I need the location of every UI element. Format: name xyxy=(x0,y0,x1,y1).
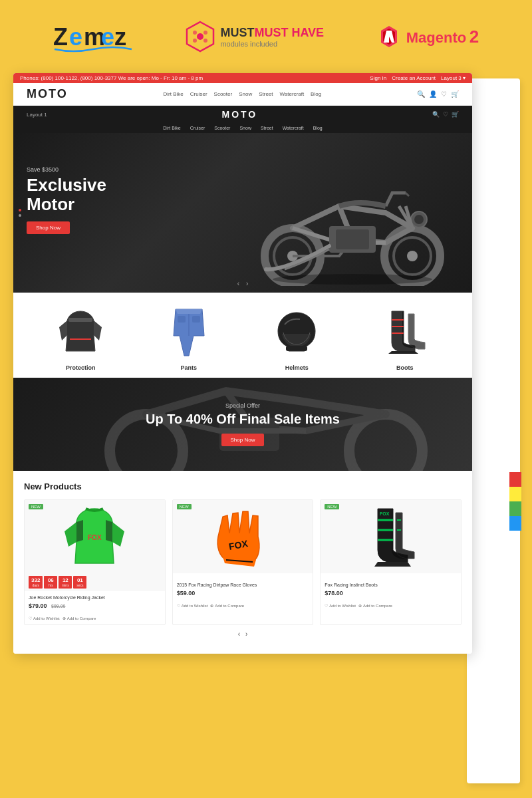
product-1-info: Joe Rocket Motorcycle Riding Jacket $79.… xyxy=(25,591,165,613)
countdown-mins: 12 mins xyxy=(59,576,72,589)
layout-selector[interactable]: Layout 3 ▾ xyxy=(441,75,466,81)
product-card-2: FOX NEW 2015 Fox Racing Dirtpaw Race Glo… xyxy=(172,499,314,625)
subnav-blog[interactable]: Blog xyxy=(313,126,323,130)
subnav-dirtbike[interactable]: Dirt Bike xyxy=(163,126,180,130)
nav-snow[interactable]: Snow xyxy=(239,91,252,97)
dot-1[interactable] xyxy=(19,209,21,211)
product-2-badge: NEW xyxy=(177,504,192,509)
svg-rect-22 xyxy=(336,229,369,249)
product-2-wishlist[interactable]: ♡ Add to Wishlist xyxy=(177,603,208,608)
zemes-logo: Z e m e z xyxy=(53,20,133,53)
helmets-image xyxy=(267,306,327,359)
hero-motorcycle-image xyxy=(206,140,459,286)
next-page-button[interactable]: › xyxy=(245,630,247,638)
cart-icon[interactable]: 🛒 xyxy=(451,90,459,98)
subnav-scooter[interactable]: Scooter xyxy=(214,126,230,130)
swatch-red[interactable] xyxy=(509,472,521,487)
countdown-secs: 01 secs xyxy=(73,576,86,589)
dot-2[interactable] xyxy=(19,214,21,217)
nav-dirtbike[interactable]: Dirt Bike xyxy=(164,91,184,97)
protection-label: Protection xyxy=(66,364,96,371)
subnav-watercraft[interactable]: Watercraft xyxy=(283,126,304,130)
product-2-image: FOX xyxy=(173,500,313,573)
product-2-compare[interactable]: ⊕ Add to Compare xyxy=(210,603,244,608)
nav-watercraft[interactable]: Watercraft xyxy=(280,91,305,97)
helmets-label: Helmets xyxy=(285,364,309,371)
svg-text:Z: Z xyxy=(53,23,68,51)
dark-cart-icon[interactable]: 🛒 xyxy=(452,111,459,118)
sign-in-link[interactable]: Sign In xyxy=(370,75,386,81)
svg-rect-29 xyxy=(192,316,200,323)
nav-scooter[interactable]: Scooter xyxy=(214,91,233,97)
new-products-title: New Products xyxy=(24,481,462,491)
svg-rect-32 xyxy=(392,326,404,327)
nav-street[interactable]: Street xyxy=(259,91,273,97)
product-3-actions: ♡ Add to Wishlist ⊕ Add to Compare xyxy=(321,600,461,612)
product-1-actions: ♡ Add to Wishlist ⊕ Add to Compare xyxy=(25,613,165,624)
product-3-compare[interactable]: ⊕ Add to Compare xyxy=(358,603,392,608)
dark-wishlist-icon[interactable]: ♡ xyxy=(443,111,448,118)
nav-cruiser[interactable]: Cruiser xyxy=(190,91,207,97)
nav-blog[interactable]: Blog xyxy=(311,91,321,97)
dark-header-icons: 🔍 ♡ 🛒 xyxy=(432,111,459,118)
search-icon[interactable]: 🔍 xyxy=(417,90,425,98)
special-offer-section: Special Offer Up To 40% Off Final Sale I… xyxy=(13,378,472,471)
product-1-name: Joe Rocket Motorcycle Riding Jacket xyxy=(29,595,161,600)
svg-text:e: e xyxy=(69,23,82,51)
svg-rect-28 xyxy=(178,316,186,323)
product-3-price: $78.00 xyxy=(325,590,457,597)
svg-text:FOX: FOX xyxy=(88,534,102,541)
product-1-compare[interactable]: ⊕ Add to Compare xyxy=(63,616,96,620)
pagination: ‹ › xyxy=(24,625,462,643)
svg-rect-33 xyxy=(392,332,404,334)
subnav-cruiser[interactable]: Cruiser xyxy=(190,126,205,130)
product-2-actions: ♡ Add to Wishlist ⊕ Add to Compare xyxy=(173,600,313,612)
color-swatches-panel xyxy=(509,472,521,531)
wishlist-icon[interactable]: ♡ xyxy=(441,90,447,98)
categories-section: Protection Pants xyxy=(13,293,472,378)
svg-point-7 xyxy=(193,31,197,35)
products-grid: FOX NEW 332 days 06 xyxy=(24,499,462,625)
dark-search-icon[interactable]: 🔍 xyxy=(432,111,440,118)
nav-links: Dirt Bike Cruiser Scooter Snow Street Wa… xyxy=(164,91,322,97)
subnav-snow[interactable]: Snow xyxy=(239,126,251,130)
product-3-name: Fox Racing Instinct Boots xyxy=(325,583,457,587)
product-3-wishlist[interactable]: ♡ Add to Wishlist xyxy=(325,603,356,608)
subnav-street[interactable]: Street xyxy=(261,126,273,130)
svg-point-10 xyxy=(203,39,207,43)
hero-prev-arrow[interactable]: ‹ xyxy=(237,280,239,287)
account-icon[interactable]: 👤 xyxy=(429,90,437,98)
layout-label[interactable]: Layout 1 xyxy=(27,112,47,118)
category-protection[interactable]: Protection xyxy=(51,306,110,371)
svg-point-24 xyxy=(414,215,424,224)
top-branding: Z e m e z MUST MUST HAVE xyxy=(0,0,532,73)
product-2-price: $59.00 xyxy=(177,590,309,597)
swatch-blue[interactable] xyxy=(509,516,521,531)
prev-page-button[interactable]: ‹ xyxy=(238,630,240,638)
main-content-card: Phones: (800) 100-1122, (800) 100-3377 W… xyxy=(13,73,472,654)
hero-next-arrow[interactable]: › xyxy=(246,280,248,287)
dark-header-bar: Layout 1 MOTO 🔍 ♡ 🛒 xyxy=(13,106,472,123)
product-1-wishlist[interactable]: ♡ Add to Wishlist xyxy=(29,616,60,620)
svg-text:FOX: FOX xyxy=(380,511,390,516)
swatch-yellow[interactable] xyxy=(509,487,521,501)
product-2-info: 2015 Fox Racing Dirtpaw Race Gloves $59.… xyxy=(173,579,313,600)
announcement-bar: Phones: (800) 100-1122, (800) 100-3377 W… xyxy=(13,73,472,83)
site-logo: MOTO xyxy=(27,87,68,101)
protection-image xyxy=(51,306,110,359)
swatch-green[interactable] xyxy=(509,501,521,516)
must-have-subtitle: modules included xyxy=(220,40,324,48)
new-products-section: New Products FOX xyxy=(13,471,472,654)
special-offer-headline: Up To 40% Off Final Sale Items xyxy=(146,412,340,427)
must-have-badge: MUST MUST HAVE modules included xyxy=(186,21,324,53)
boots-label: Boots xyxy=(396,364,414,371)
category-helmets[interactable]: Helmets xyxy=(267,306,327,371)
magento-badge: Magento 2 xyxy=(377,25,479,49)
hero-cta-button[interactable]: Shop Now xyxy=(27,221,70,234)
category-boots[interactable]: Boots xyxy=(375,306,435,371)
special-offer-cta[interactable]: Shop Now xyxy=(221,434,265,446)
category-pants[interactable]: Pants xyxy=(159,306,219,371)
svg-point-17 xyxy=(407,251,418,261)
product-3-info: Fox Racing Instinct Boots $78.00 xyxy=(321,579,461,600)
create-account-link[interactable]: Create an Account xyxy=(392,75,436,81)
